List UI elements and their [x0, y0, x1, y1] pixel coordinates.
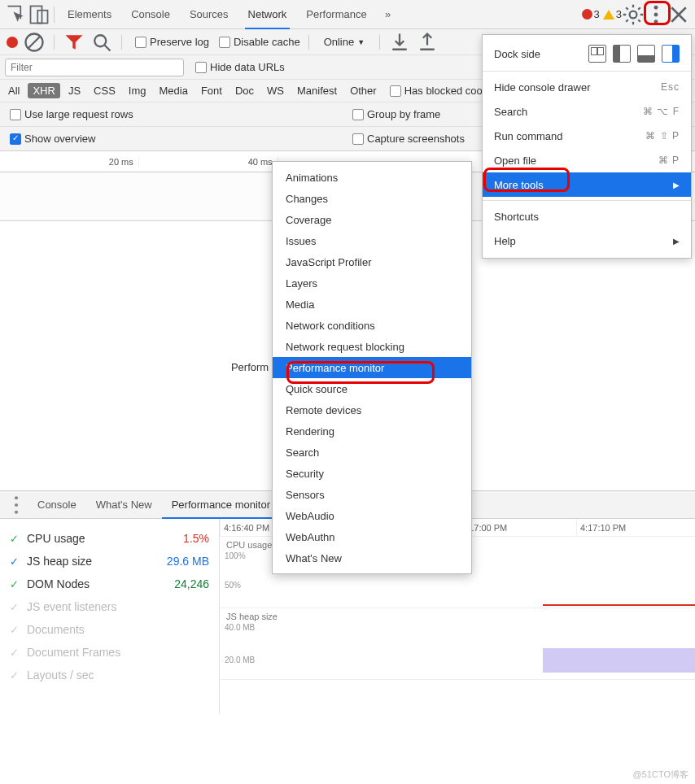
- clear-icon[interactable]: [23, 31, 46, 54]
- menu-item[interactable]: Help▶: [483, 229, 691, 253]
- export-har-icon[interactable]: [416, 31, 439, 54]
- filter-font[interactable]: Font: [196, 83, 227, 98]
- menu-item-label: Open file: [494, 155, 650, 167]
- disable-cache-checkbox[interactable]: Disable cache: [219, 36, 300, 48]
- kebab-menu-icon[interactable]: [645, 3, 667, 26]
- filter-img[interactable]: Img: [124, 83, 151, 98]
- inspect-element-icon[interactable]: [5, 3, 28, 26]
- filter-media[interactable]: Media: [154, 83, 192, 98]
- metric-row[interactable]: ✓CPU usage1.5%: [10, 527, 209, 550]
- submenu-item[interactable]: Animations: [273, 167, 471, 188]
- menu-item[interactable]: Hide console drawerEsc: [483, 75, 691, 99]
- large-rows-checkbox[interactable]: Use large request rows: [10, 108, 133, 120]
- filter-xhr[interactable]: XHR: [28, 83, 59, 98]
- check-icon: ✓: [10, 578, 19, 590]
- submenu-item[interactable]: Layers: [273, 272, 471, 294]
- submenu-item[interactable]: Changes: [273, 188, 471, 209]
- watermark: @51CTO博客: [633, 769, 688, 781]
- throttling-select[interactable]: Online▼: [317, 36, 372, 48]
- menu-item-shortcut: Esc: [661, 81, 680, 93]
- capture-screenshots-checkbox[interactable]: Capture screenshots: [352, 133, 465, 145]
- svg-point-7: [94, 35, 106, 46]
- separator: [54, 35, 55, 50]
- hide-data-urls-checkbox[interactable]: Hide data URLs: [195, 61, 285, 73]
- drawer-tab-whats-new[interactable]: What's New: [86, 491, 162, 519]
- filter-input[interactable]: [5, 59, 184, 76]
- svg-rect-0: [31, 6, 42, 23]
- group-by-frame-checkbox[interactable]: Group by frame: [352, 108, 440, 120]
- metric-row[interactable]: ✓Documents: [10, 618, 209, 641]
- submenu-item[interactable]: Network conditions: [273, 315, 471, 336]
- throttling-value: Online: [324, 36, 355, 48]
- submenu-item[interactable]: Sensors: [273, 484, 471, 505]
- chevron-down-icon: ▼: [357, 38, 365, 46]
- tab-performance[interactable]: Performance: [296, 0, 376, 29]
- submenu-item[interactable]: Performance monitor: [273, 357, 471, 378]
- capture-screenshots-label: Capture screenshots: [367, 133, 465, 145]
- submenu-item[interactable]: Quick source: [273, 378, 471, 399]
- metric-row[interactable]: ✓DOM Nodes24,246: [10, 573, 209, 595]
- separator: [308, 35, 309, 50]
- more-tabs-icon[interactable]: »: [377, 3, 400, 26]
- drawer-tab-perf-monitor[interactable]: Performance monitor×: [162, 491, 289, 519]
- menu-item[interactable]: Open file⌘ P: [483, 148, 691, 172]
- filter-other[interactable]: Other: [345, 83, 382, 98]
- close-devtools-icon[interactable]: [667, 3, 690, 26]
- drawer-tab-label: Performance monitor: [172, 499, 270, 511]
- device-toolbar-icon[interactable]: [28, 3, 50, 26]
- svg-point-4: [654, 12, 658, 16]
- import-har-icon[interactable]: [388, 31, 411, 54]
- checkbox-icon: [10, 109, 21, 120]
- submenu-item[interactable]: Remote devices: [273, 399, 471, 420]
- warning-count[interactable]: 3: [603, 8, 622, 20]
- search-icon[interactable]: [90, 31, 113, 54]
- filter-manifest[interactable]: Manifest: [292, 83, 342, 98]
- submenu-item[interactable]: Media: [273, 294, 471, 315]
- check-icon: ✓: [10, 533, 19, 545]
- tab-sources[interactable]: Sources: [180, 0, 238, 29]
- checkbox-icon: [352, 109, 364, 120]
- dock-bottom-icon[interactable]: [637, 45, 655, 63]
- tab-elements[interactable]: Elements: [58, 0, 121, 29]
- filter-doc[interactable]: Doc: [230, 83, 259, 98]
- submenu-item[interactable]: Network request blocking: [273, 336, 471, 357]
- submenu-item[interactable]: What's New: [273, 547, 471, 568]
- disable-cache-label: Disable cache: [234, 36, 300, 48]
- dock-left-icon[interactable]: [613, 45, 631, 63]
- dock-right-icon[interactable]: [662, 45, 680, 63]
- filter-all[interactable]: All: [3, 83, 24, 98]
- filter-js[interactable]: JS: [63, 83, 85, 98]
- metric-row[interactable]: ✓Layouts / sec: [10, 664, 209, 686]
- submenu-item[interactable]: Search: [273, 442, 471, 463]
- menu-item[interactable]: Run command⌘ ⇧ P: [483, 124, 691, 148]
- settings-icon[interactable]: [622, 3, 645, 26]
- preserve-log-checkbox[interactable]: Preserve log: [135, 36, 209, 48]
- submenu-item[interactable]: JavaScript Profiler: [273, 251, 471, 272]
- show-overview-checkbox[interactable]: Show overview: [10, 133, 95, 145]
- large-rows-label: Use large request rows: [24, 108, 133, 120]
- metric-row[interactable]: ✓Document Frames: [10, 641, 209, 664]
- metric-row[interactable]: ✓JS event listeners: [10, 595, 209, 618]
- metric-row[interactable]: ✓JS heap size29.6 MB: [10, 550, 209, 573]
- menu-item-label: Help: [494, 235, 665, 247]
- filter-icon[interactable]: [63, 31, 85, 54]
- dock-undock-icon[interactable]: [588, 45, 606, 63]
- heap-chart: JS heap size 40.0 MB 20.0 MB: [220, 608, 695, 680]
- menu-item[interactable]: Search⌘ ⌥ F: [483, 99, 691, 124]
- filter-css[interactable]: CSS: [89, 83, 120, 98]
- submenu-item[interactable]: Security: [273, 463, 471, 484]
- menu-item[interactable]: Shortcuts: [483, 204, 691, 229]
- submenu-item[interactable]: WebAudio: [273, 505, 471, 526]
- submenu-item[interactable]: Issues: [273, 230, 471, 251]
- menu-item[interactable]: More tools▶: [483, 172, 691, 197]
- filter-ws[interactable]: WS: [262, 83, 289, 98]
- drawer-kebab-icon[interactable]: [5, 494, 28, 516]
- tab-console[interactable]: Console: [121, 0, 180, 29]
- error-count[interactable]: 3: [582, 8, 600, 20]
- tab-network[interactable]: Network: [238, 0, 297, 29]
- submenu-item[interactable]: Coverage: [273, 209, 471, 230]
- record-button[interactable]: [7, 37, 18, 48]
- submenu-item[interactable]: Rendering: [273, 420, 471, 442]
- drawer-tab-console[interactable]: Console: [28, 491, 86, 519]
- submenu-item[interactable]: WebAuthn: [273, 526, 471, 547]
